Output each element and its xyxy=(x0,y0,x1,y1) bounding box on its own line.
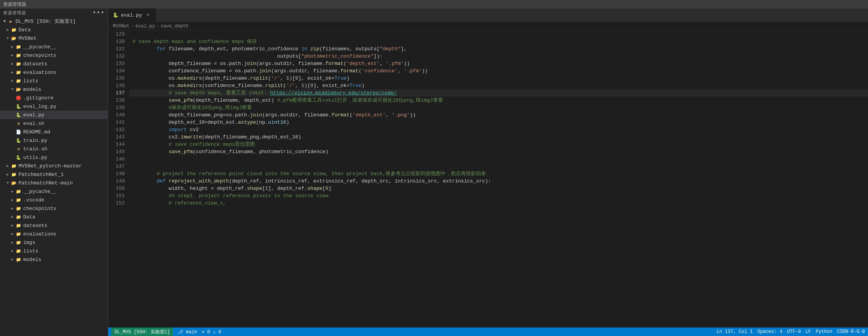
tree-item-train-py[interactable]: 🐍 train.py xyxy=(0,136,108,145)
tree-item-datasets-pm[interactable]: ▶ 📁 datasets xyxy=(0,221,108,230)
tree-arrow: ▶ xyxy=(9,206,15,211)
tree-item-label: evaluations xyxy=(23,70,56,75)
sidebar-header: 资源管理器 ••• xyxy=(0,9,108,17)
spaces[interactable]: Spaces: 4 xyxy=(758,329,783,334)
line-ending[interactable]: LF xyxy=(805,329,811,334)
tree-arrow: ▶ xyxy=(9,198,15,202)
tree-root-item[interactable]: ▼ ▶ DL_MVS [SSH: 实验室1] xyxy=(0,17,108,26)
tree-item-label: eval.sh xyxy=(23,121,44,126)
file-icon: 📁 xyxy=(15,239,22,246)
line-number-132: 132 xyxy=(111,53,125,60)
file-icon: 📂 xyxy=(11,35,17,41)
tree-arrow: ▶ xyxy=(9,53,15,58)
tree-arrow: ▼ xyxy=(5,181,11,185)
tree-arrow: ▶ xyxy=(9,240,15,245)
tree-item-patchmatch-1[interactable]: ▶ 📁 PatchmatchNet_1 xyxy=(0,170,108,179)
tree-arrow: ▶ xyxy=(9,232,15,236)
ln-col[interactable]: Ln 137, Col 1 xyxy=(717,329,753,334)
git-branch[interactable]: ⎇ main xyxy=(178,329,197,335)
line-number-141: 141 xyxy=(111,119,125,126)
code-line-138: save_pfm(depth_filename, depth_est) #.pf… xyxy=(129,97,868,104)
tree-item-eval-py[interactable]: 🐍 eval.py xyxy=(0,111,108,119)
tree-item-train-sh[interactable]: ⚙ train.sh xyxy=(0,145,108,153)
tree-item-patchmatch-main[interactable]: ▼ 📂 PatchmatchNet-main xyxy=(0,179,108,187)
code-line-133: depth_filename = os.path.join(args.outdi… xyxy=(129,60,868,67)
line-number-142: 142 xyxy=(111,126,125,133)
tree-item-mvsnet[interactable]: ▼ 📂 MVSNet xyxy=(0,34,108,43)
sidebar-menu-button[interactable]: ••• xyxy=(92,9,105,16)
tree-item-data-top[interactable]: ▶ 📁 Data xyxy=(0,26,108,34)
tree-item-checkpoints-1[interactable]: ▶ 📁 checkpoints xyxy=(0,51,108,60)
tree-item-label: train.sh xyxy=(23,146,47,152)
line-number-131: 131 xyxy=(111,45,125,53)
file-icon: 📁 xyxy=(15,231,22,237)
tree-item-label: MVSNet xyxy=(19,36,37,41)
tree-item-label: Data xyxy=(23,214,35,220)
tree-arrow: ▶ xyxy=(9,215,15,219)
status-left: DL_MVS [SSH: 实验室1] ⎇ main ✕ 0 ⚠ 0 xyxy=(111,327,221,336)
language[interactable]: Python xyxy=(816,329,832,334)
tree-item-checkpoints-pm[interactable]: ▶ 📁 checkpoints xyxy=(0,204,108,213)
tree-item-utils-py[interactable]: 🐍 utils.py xyxy=(0,153,108,162)
tree-arrow: ▶ xyxy=(9,257,15,262)
tree-item-eval-sh[interactable]: ⚙ eval.sh xyxy=(0,119,108,128)
line-number-149: 149 xyxy=(111,177,125,185)
tree-arrow: ▼ xyxy=(9,87,15,92)
tree-arrow: ▶ xyxy=(9,223,15,228)
tree-item-vscode-pm[interactable]: ▶ 📁 .vscode xyxy=(0,196,108,204)
file-icon: 📁 xyxy=(15,248,22,254)
encoding[interactable]: UTF-8 xyxy=(787,329,801,334)
line-number-136: 136 xyxy=(111,82,125,89)
file-icon: 🐍 xyxy=(15,103,22,109)
editor[interactable]: 1291301311321331341351361371381391401411… xyxy=(108,31,868,327)
tab-close-button[interactable]: × xyxy=(144,12,151,19)
tree-item-imgspm[interactable]: ▶ 📁 imgs xyxy=(0,238,108,247)
tree-item-label: checkpoints xyxy=(23,206,56,211)
tree-item-models-1[interactable]: ▼ 📂 models xyxy=(0,85,108,94)
code-line-141: depth_est_16=depth_est.astype(np.uint16) xyxy=(129,119,868,126)
tree-item-gitignore[interactable]: 🔴 .gitignore xyxy=(0,94,108,102)
line-number-147: 147 xyxy=(111,163,125,170)
tree-item-lists-1[interactable]: ▶ 📁 lists xyxy=(0,77,108,85)
file-icon: 📁 xyxy=(15,61,22,67)
tree-item-data-pm[interactable]: ▶ 📁 Data xyxy=(0,213,108,221)
code-line-136: os.makedirs(confidence_filename.rsplit('… xyxy=(129,82,868,89)
line-number-134: 134 xyxy=(111,67,125,75)
tree-item-models-pm[interactable]: ▶ 📁 models xyxy=(0,255,108,264)
error-count: ✕ 0 ⚠ 0 xyxy=(202,329,221,335)
tree-item-label: utils.py xyxy=(23,155,47,160)
breadcrumb-save-depth[interactable]: save_depth xyxy=(161,24,189,29)
tree-item-eval-log[interactable]: 🐍 eval_log.py xyxy=(0,102,108,111)
tree-item-label: Data xyxy=(19,27,31,33)
tree-item-lists-pm[interactable]: ▶ 📁 lists xyxy=(0,247,108,255)
breadcrumb-mvsnet[interactable]: MVSNet xyxy=(113,24,129,29)
ssh-badge[interactable]: DL_MVS [SSH: 实验室1] xyxy=(111,327,173,336)
code-line-151: ## step1. project reference pixels to th… xyxy=(129,192,868,200)
tree-arrow: ▶ xyxy=(5,172,11,177)
file-icon: 📁 xyxy=(15,197,22,203)
file-icon: 📁 xyxy=(15,205,22,211)
tree-item-label: README.md xyxy=(23,129,50,135)
tree-item-pycache-1[interactable]: ▶ 📁 __pycache__ xyxy=(0,43,108,51)
line-number-144: 144 xyxy=(111,141,125,148)
tree-item-evaluations-pm[interactable]: ▶ 📁 evaluations xyxy=(0,230,108,238)
code-line-147 xyxy=(129,163,868,170)
tab-eval-py[interactable]: 🐍 eval.py × xyxy=(108,9,156,22)
sidebar: 资源管理器 ••• ▼ ▶ DL_MVS [SSH: 实验室1] ▶ 📁 Dat… xyxy=(0,9,108,336)
tree-item-datasets-1[interactable]: ▶ 📁 datasets xyxy=(0,60,108,68)
tree-item-readme[interactable]: 📄 README.md xyxy=(0,128,108,136)
status-right: Ln 137, Col 1 Spaces: 4 UTF-8 LF Python … xyxy=(717,329,865,334)
tree-item-evaluations-1[interactable]: ▶ 📁 evaluations xyxy=(0,68,108,77)
tree-item-pycache-pm[interactable]: ▶ 📁 __pycache__ xyxy=(0,187,108,196)
code-line-142: import cv2 xyxy=(129,126,868,133)
tree-item-mvsnet-pytorch[interactable]: ▶ 📁 MVSNet_pytorch-master xyxy=(0,162,108,170)
tree-item-label: MVSNet_pytorch-master xyxy=(19,163,82,169)
line-number-146: 146 xyxy=(111,155,125,163)
breadcrumb-evalpy[interactable]: eval.py xyxy=(135,24,155,29)
tree-item-label: PatchmatchNet_1 xyxy=(19,172,64,177)
tree-item-label: .vscode xyxy=(23,197,44,203)
tree-item-label: eval_log.py xyxy=(23,104,56,109)
file-icon: 📁 xyxy=(15,256,22,263)
code-content[interactable]: # save depth maps and confidence maps 保存… xyxy=(129,31,868,327)
line-number-143: 143 xyxy=(111,133,125,141)
